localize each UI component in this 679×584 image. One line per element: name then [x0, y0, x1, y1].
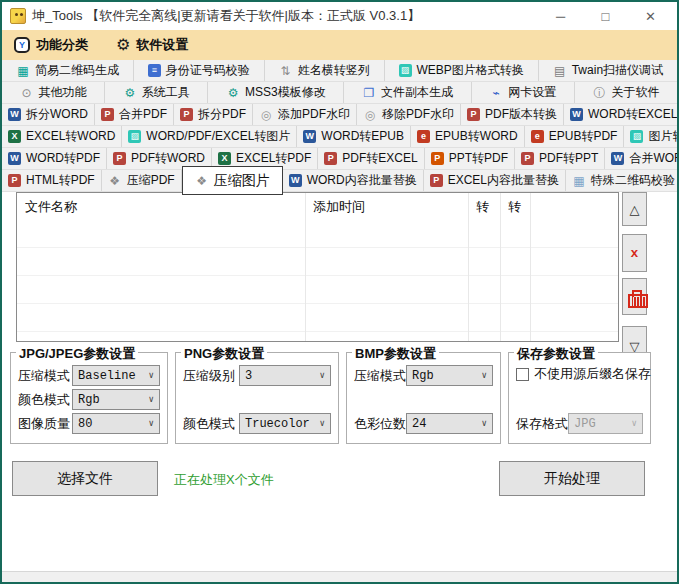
menu-item-software-settings[interactable]: ⚙ 软件设置	[116, 36, 188, 54]
checkbox-unchecked-icon[interactable]	[516, 368, 529, 381]
toolbar-button[interactable]: ⚙MSS3模板修改	[208, 82, 344, 103]
id-card-icon: ≡	[148, 64, 161, 77]
processing-status-text: 正在处理X个文件	[174, 471, 274, 489]
qr-code-icon: ▦	[16, 64, 30, 77]
toolbar-button-label: 拆分WORD	[26, 106, 88, 123]
toolbar-button[interactable]: WWORD转EXCEL	[564, 104, 679, 125]
toolbar-button-label: 移除PDF水印	[382, 106, 454, 123]
word-doc-icon: W	[289, 174, 302, 187]
toolbar-button[interactable]: PPDF转PPT	[515, 148, 605, 169]
toolbar-button-label: 文件副本生成	[381, 84, 453, 101]
select-value: Truecolor	[245, 417, 310, 431]
category-hexagon-icon: Y	[14, 37, 30, 53]
toolbar-button-label: 特殊二维码校验	[591, 172, 675, 189]
toolbar-button-label: 网卡设置	[508, 84, 556, 101]
column-header[interactable]: 转	[468, 193, 500, 220]
jpg-color-mode-select[interactable]: Rgb ∨	[72, 389, 160, 410]
toolbar-button[interactable]: W合并WORD	[605, 148, 679, 169]
jpg-compress-mode-select[interactable]: Baseline ∨	[72, 365, 160, 386]
save-format-select[interactable]: JPG ∨	[568, 413, 643, 434]
toolbar-button[interactable]: ▤Twain扫描仪调试	[539, 60, 677, 81]
column-header[interactable]: 添加时间	[305, 193, 468, 220]
toolbar-button[interactable]: ⌁网卡设置	[472, 82, 575, 103]
toolbar-button[interactable]: PPDF版本转换	[461, 104, 564, 125]
minimize-button[interactable]: ─	[538, 2, 583, 30]
clear-list-button[interactable]	[622, 278, 647, 315]
toolbar-button-label: 图片转PDF	[648, 128, 679, 145]
app-icon	[10, 8, 26, 24]
bmp-color-depth-select[interactable]: 24 ∨	[406, 413, 493, 434]
toolbar-button[interactable]: eEPUB转PDF	[525, 126, 625, 147]
toolbar-button[interactable]: ❐文件副本生成	[344, 82, 471, 103]
toolbar-button[interactable]: PPPT转PDF	[425, 148, 515, 169]
field-label: 保存格式	[516, 415, 568, 433]
close-button[interactable]: ✕	[628, 2, 673, 30]
gear-icon: ⚙	[116, 37, 130, 53]
toolbar-button[interactable]: PPDF转EXCEL	[318, 148, 424, 169]
group-title: 保存参数设置	[514, 345, 598, 363]
chevron-down-icon: ∨	[149, 394, 154, 405]
column-header[interactable]: 转	[500, 193, 530, 220]
toolbar-button[interactable]: XEXCEL转WORD	[2, 126, 122, 147]
toolbar-button[interactable]: ⊙其他功能	[2, 82, 105, 103]
toolbar-button[interactable]: P合并PDF	[95, 104, 174, 125]
toolbar-button[interactable]: ▦特殊二维码校验	[566, 170, 679, 191]
jpg-quality-select[interactable]: 80 ∨	[72, 413, 160, 434]
toolbar-button[interactable]: WWORD转EPUB	[297, 126, 411, 147]
epub-file-icon: e	[417, 130, 430, 143]
toolbar-button[interactable]: ▦简易二维码生成	[2, 60, 134, 81]
status-bar	[2, 571, 677, 582]
toolbar-button[interactable]: ≡身份证号码校验	[134, 60, 265, 81]
toolbar-button[interactable]: ❖压缩图片	[182, 166, 283, 195]
file-table-body[interactable]	[17, 220, 618, 341]
toolbar-button[interactable]: ⓘ关于软件	[575, 82, 677, 103]
compress-clamp-icon: ❖	[195, 174, 209, 187]
toolbar-button-label: 其他功能	[39, 84, 87, 101]
png-compress-level-select[interactable]: 3 ∨	[239, 365, 331, 386]
toolbar-button[interactable]: ⚙系统工具	[105, 82, 208, 103]
toolbar-button[interactable]: PHTML转PDF	[2, 170, 102, 191]
png-params-group: PNG参数设置 压缩级别 3 ∨ 颜色模式 Truecolor ∨	[175, 352, 339, 444]
start-processing-button[interactable]: 开始处理	[499, 461, 645, 496]
chevron-down-icon: ∨	[149, 418, 154, 429]
keep-extension-checkbox-row[interactable]: 不使用源后缀名保存	[516, 365, 643, 383]
maximize-button[interactable]: □	[583, 2, 628, 30]
toolbar-button[interactable]: ▨图片转PDF	[624, 126, 679, 147]
toolbar-button[interactable]: eEPUB转WORD	[411, 126, 525, 147]
about-info-icon: ⓘ	[592, 86, 606, 99]
toolbar-button[interactable]: ❖压缩PDF	[102, 170, 182, 191]
move-up-button[interactable]: △	[622, 192, 647, 226]
chevron-down-icon: ∨	[320, 418, 325, 429]
system-gear-icon: ⚙	[226, 86, 240, 99]
image-file-icon: ▨	[399, 64, 412, 77]
group-title: BMP参数设置	[352, 345, 439, 363]
excel-doc-icon: X	[218, 152, 231, 165]
column-header[interactable]: 文件名称	[17, 193, 305, 220]
toolbar-button[interactable]: ⇅姓名横转竖列	[265, 60, 385, 81]
toolbar-button[interactable]: PEXCEL内容批量替换	[424, 170, 566, 191]
toolbar-row: W拆分WORDP合并PDFP拆分PDF◎添加PDF水印◎移除PDF水印PPDF版…	[2, 104, 677, 126]
pdf-doc-icon: P	[8, 174, 21, 187]
toolbar-row: ▦简易二维码生成≡身份证号码校验⇅姓名横转竖列▨WEBP图片格式转换▤Twain…	[2, 60, 677, 82]
toolbar-button-label: EPUB转PDF	[549, 128, 618, 145]
checkbox-label: 不使用源后缀名保存	[534, 365, 651, 383]
select-value: JPG	[574, 417, 596, 431]
toolbar-button[interactable]: W拆分WORD	[2, 104, 95, 125]
toolbar-button-label: 拆分PDF	[198, 106, 246, 123]
toolbar-button[interactable]: WWORD内容批量替换	[283, 170, 424, 191]
toolbar-row: PHTML转PDF❖压缩PDF❖压缩图片WWORD内容批量替换PEXCEL内容批…	[2, 170, 677, 192]
menu-item-function-category[interactable]: Y 功能分类	[14, 36, 88, 54]
toolbar-button[interactable]: WWORD转PDF	[2, 148, 107, 169]
png-color-mode-select[interactable]: Truecolor ∨	[239, 413, 331, 434]
pdf-doc-icon: P	[521, 152, 534, 165]
toolbar-button[interactable]: ◎添加PDF水印	[253, 104, 357, 125]
toolbar-button[interactable]: ▨WEBP图片格式转换	[385, 60, 539, 81]
select-files-button[interactable]: 选择文件	[12, 461, 158, 496]
delete-file-button[interactable]: x	[622, 234, 647, 272]
toolbar-button[interactable]: P拆分PDF	[174, 104, 253, 125]
bmp-compress-mode-select[interactable]: Rgb ∨	[406, 365, 493, 386]
app-window: 坤_Tools 【软件完全离线|更新请看关于软件|版本：正式版 V0.3.1】 …	[0, 0, 679, 584]
toolbar-button[interactable]: ▨WORD/PDF/EXCEL转图片	[122, 126, 297, 147]
toolbar-button[interactable]: ◎移除PDF水印	[357, 104, 461, 125]
word-doc-icon: W	[570, 108, 583, 121]
